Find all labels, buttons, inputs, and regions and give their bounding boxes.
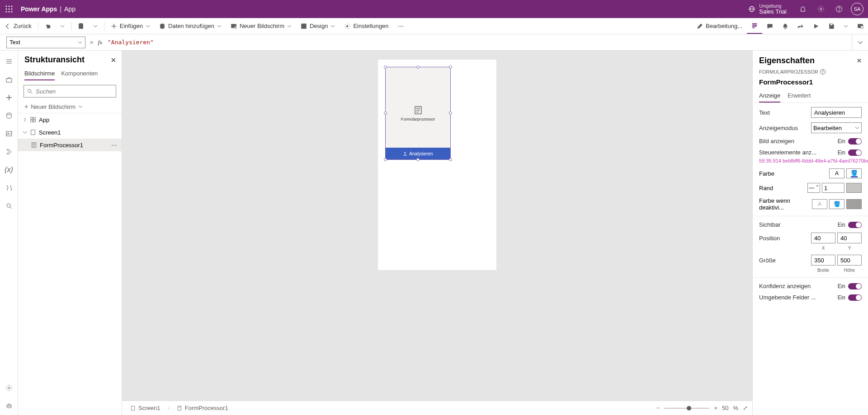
svg-rect-64 [178, 406, 181, 410]
info-icon[interactable]: ? [820, 69, 826, 75]
editing-status-button[interactable]: Bearbeitung... [692, 18, 747, 34]
comments-button[interactable] [762, 18, 778, 34]
zoom-out-button[interactable]: − [656, 405, 660, 411]
rail-insert[interactable] [0, 89, 18, 107]
paste-chevron[interactable] [89, 18, 102, 34]
paste-button[interactable] [73, 18, 89, 34]
svg-point-2 [11, 6, 13, 7]
width-input[interactable] [811, 255, 835, 266]
disabled-font-color-button[interactable]: A [812, 199, 827, 209]
fill-color-button[interactable]: 🪣 [846, 168, 862, 178]
formula-expand-button[interactable] [852, 34, 868, 50]
rail-tree-view[interactable] [0, 70, 18, 89]
environment-picker[interactable]: Umgebung Sales Trial [748, 4, 787, 14]
properties-pane-toggle[interactable] [747, 18, 762, 34]
properties-close-button[interactable]: ✕ [857, 57, 862, 64]
property-dropdown[interactable]: Text [6, 37, 85, 48]
rail-media[interactable] [0, 125, 18, 143]
svg-rect-28 [752, 25, 757, 27]
tree-search-input[interactable] [36, 88, 113, 95]
tree-item-formprocessor1[interactable]: FormProcessor1 ⋯ [18, 139, 122, 151]
user-avatar[interactable]: SA [851, 3, 863, 15]
insert-button[interactable]: Einfügen [106, 18, 155, 34]
rail-hamburger[interactable] [0, 52, 18, 70]
back-button[interactable]: Zurück [0, 18, 36, 34]
tree-item-app[interactable]: App [18, 113, 122, 126]
prop-show-image-toggle[interactable] [848, 138, 862, 145]
property-dropdown-label: Text [9, 39, 20, 46]
fit-to-window-button[interactable]: ⤢ [743, 405, 748, 411]
settings-button[interactable]: Einstellungen [340, 18, 393, 34]
border-color-button[interactable] [846, 183, 862, 193]
prop-show-controls-toggle[interactable] [848, 149, 862, 156]
prop-confidence-toggle[interactable] [848, 283, 862, 289]
tree-new-screen-button[interactable]: + Neuer Bildschirm [18, 100, 122, 113]
rail-tools[interactable] [0, 179, 18, 197]
control-name[interactable]: FormProcessor1 [753, 76, 868, 89]
resize-handle[interactable] [449, 158, 452, 161]
prop-bounding-toggle[interactable] [848, 294, 862, 301]
selected-control-formprocessor[interactable]: Formularprozessor Analysieren [385, 67, 451, 160]
tree-tab-components[interactable]: Komponenten [61, 66, 98, 80]
preview-button[interactable] [808, 18, 824, 34]
border-style-button[interactable]: — ˅ [807, 183, 820, 193]
resize-handle[interactable] [384, 65, 387, 69]
rail-settings[interactable] [0, 379, 18, 397]
tree-app-label: App [39, 117, 49, 123]
font-color-button[interactable]: A [829, 168, 844, 178]
position-y-input[interactable] [837, 233, 862, 243]
save-chevron[interactable] [839, 18, 853, 34]
resize-handle[interactable] [416, 158, 420, 161]
resize-handle[interactable] [449, 65, 452, 69]
resize-handle[interactable] [416, 65, 420, 69]
prop-mode-select[interactable]: Bearbeiten [811, 122, 862, 133]
disabled-border-color-button[interactable] [846, 199, 862, 209]
border-width-input[interactable] [822, 183, 844, 193]
properties-title: Eigenschaften [759, 56, 815, 65]
overflow-button[interactable]: ⋯ [393, 18, 408, 34]
design-label: Design [310, 23, 328, 29]
new-screen-button[interactable]: Neuer Bildschirm [226, 18, 296, 34]
undo-chevron[interactable] [56, 18, 69, 34]
prop-text-input[interactable] [811, 107, 862, 118]
design-button[interactable]: Design [296, 18, 340, 34]
tree-search-box[interactable] [24, 85, 116, 98]
height-input[interactable] [837, 255, 862, 266]
formula-input[interactable] [106, 34, 852, 50]
rail-search[interactable] [0, 197, 18, 215]
svg-rect-44 [7, 405, 11, 408]
tree-item-screen1[interactable]: Screen1 [18, 126, 122, 139]
save-button[interactable] [824, 18, 839, 34]
settings-label: Einstellungen [353, 23, 388, 29]
disabled-fill-color-button[interactable]: 🪣 [829, 199, 844, 209]
app-launcher[interactable] [0, 0, 18, 18]
properties-tab-advanced[interactable]: Erweitert [788, 89, 811, 103]
resize-handle[interactable] [384, 112, 387, 115]
prop-visible-toggle[interactable] [848, 222, 862, 228]
notifications-icon[interactable] [794, 0, 812, 18]
help-icon[interactable] [830, 0, 848, 18]
undo-button[interactable] [40, 18, 56, 34]
add-data-button[interactable]: Daten hinzufügen [155, 18, 226, 34]
position-x-input[interactable] [811, 233, 835, 243]
zoom-in-button[interactable]: + [714, 405, 717, 411]
rail-variables[interactable]: (x) [0, 161, 18, 179]
tree-close-button[interactable]: ✕ [111, 56, 116, 64]
resize-handle[interactable] [384, 158, 387, 161]
canvas-screen[interactable]: Formularprozessor Analysieren [378, 60, 496, 270]
checker-button[interactable] [778, 18, 793, 34]
breadcrumb-control[interactable]: FormProcessor1 [173, 405, 232, 411]
zoom-slider[interactable] [664, 408, 709, 409]
tree-tab-screens[interactable]: Bildschirme [24, 66, 55, 80]
settings-icon[interactable] [812, 0, 830, 18]
rail-virtual-agent[interactable] [0, 397, 18, 415]
tree-item-more-button[interactable]: ⋯ [111, 142, 122, 149]
resize-handle[interactable] [449, 112, 452, 115]
rail-power-automate[interactable] [0, 143, 18, 161]
share-button[interactable] [793, 18, 808, 34]
properties-tab-display[interactable]: Anzeige [759, 89, 780, 103]
svg-point-1 [9, 6, 10, 7]
breadcrumb-screen[interactable]: Screen1 [127, 405, 164, 411]
publish-button[interactable] [853, 18, 868, 34]
rail-data[interactable] [0, 107, 18, 125]
